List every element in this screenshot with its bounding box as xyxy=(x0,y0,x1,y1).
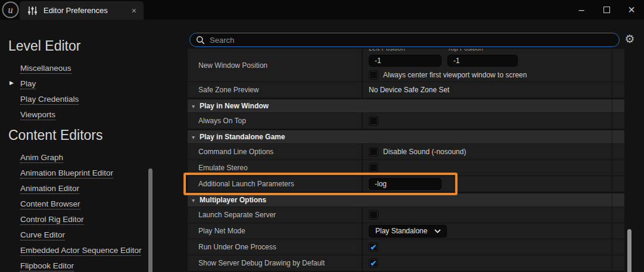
sidebar-item-anim-graph[interactable]: Anim Graph xyxy=(8,150,156,165)
emulate-stereo-checkbox[interactable] xyxy=(369,163,378,173)
additional-launch-parameters-field[interactable] xyxy=(369,178,441,190)
run-under-one-process-checkbox[interactable]: ✔ xyxy=(369,242,378,252)
row-play-net-mode: Play Net Mode Play Standalone xyxy=(188,223,624,239)
top-position-field[interactable] xyxy=(447,55,518,67)
sidebar-item-miscellaneous[interactable]: Miscellaneous xyxy=(8,61,156,76)
sidebar-item-control-rig-editor[interactable]: Control Rig Editor xyxy=(8,212,156,227)
row-show-server-debug-drawing: Show Server Debug Drawing by Default ✔ xyxy=(188,255,624,271)
title-bar: u Editor Preferences × – × xyxy=(0,0,644,20)
window-minimize-button[interactable]: – xyxy=(569,0,594,20)
launch-separate-server-checkbox[interactable] xyxy=(369,210,378,220)
content-editors-nav-list: Anim Graph Animation Blueprint Editor An… xyxy=(8,150,156,272)
always-on-top-checkbox[interactable] xyxy=(369,116,378,126)
sidebar-item-play[interactable]: ▶ Play xyxy=(8,76,156,92)
window-maximize-button[interactable] xyxy=(594,0,619,20)
row-value xyxy=(363,207,624,223)
left-position-label: Left Position xyxy=(369,49,405,52)
row-run-under-one-process: Run Under One Process ✔ xyxy=(188,239,624,255)
unreal-logo-icon: u xyxy=(1,1,20,19)
row-value xyxy=(363,113,624,129)
row-label: Command Line Options xyxy=(188,144,363,160)
always-center-checkbox[interactable] xyxy=(369,70,378,80)
sidebar-item-play-credentials[interactable]: Play Credentials xyxy=(8,92,156,107)
svg-text:u: u xyxy=(8,5,13,15)
section-multiplayer-options[interactable]: ▾ Multiplayer Options xyxy=(188,193,624,207)
row-label: Run Under One Process xyxy=(188,239,363,255)
sidebar-scrollbar[interactable] xyxy=(148,168,153,272)
tab-close-icon[interactable]: × xyxy=(132,7,136,15)
sidebar-item-flipbook-editor[interactable]: Flipbook Editor xyxy=(8,258,156,272)
section-play-in-new-window[interactable]: ▾ Play in New Window xyxy=(188,99,624,113)
play-net-mode-dropdown[interactable]: Play Standalone xyxy=(369,225,447,237)
sidebar-item-content-browser[interactable]: Content Browser xyxy=(8,196,156,212)
row-value xyxy=(363,160,624,176)
safe-zone-value: No Device Safe Zone Set xyxy=(363,82,624,98)
row-label: Always On Top xyxy=(188,113,363,129)
chevron-down-icon: ▾ xyxy=(192,197,195,204)
sliders-icon xyxy=(27,6,38,15)
row-command-line-options: Command Line Options Disable Sound (-nos… xyxy=(188,144,624,160)
row-value: Left Position Top Position Always center… xyxy=(363,49,624,82)
settings-scrollbar[interactable] xyxy=(627,229,631,272)
settings-table: New Window Position Left Position Top Po… xyxy=(188,49,624,272)
maximize-icon xyxy=(603,7,610,13)
row-label: Launch Separate Server xyxy=(188,207,363,223)
row-label: Additional Launch Parameters xyxy=(188,176,363,192)
search-icon xyxy=(196,36,205,45)
chevron-down-icon: ▾ xyxy=(192,134,195,140)
settings-sidebar: Level Editor Miscellaneous ▶ Play Play C… xyxy=(0,20,156,272)
tab-editor-preferences[interactable]: Editor Preferences × xyxy=(20,1,144,20)
row-safe-zone-preview: Safe Zone Preview No Device Safe Zone Se… xyxy=(188,82,624,98)
search-input[interactable] xyxy=(210,36,613,45)
row-value: Disable Sound (-nosound) xyxy=(363,144,624,160)
row-label: Play Net Mode xyxy=(188,223,363,239)
row-label: New Window Position xyxy=(188,49,363,82)
row-value: ✔ xyxy=(363,255,624,271)
window-close-button[interactable]: × xyxy=(619,0,644,20)
chevron-down-icon xyxy=(434,229,441,233)
tab-title: Editor Preferences xyxy=(43,6,108,15)
always-center-label: Always center first viewport window to s… xyxy=(383,71,527,79)
top-position-label: Top Position xyxy=(447,49,483,52)
disable-sound-checkbox[interactable] xyxy=(369,147,378,157)
sidebar-heading-level-editor: Level Editor xyxy=(8,38,156,54)
level-editor-nav-list: Miscellaneous ▶ Play Play Credentials Vi… xyxy=(8,61,156,123)
row-value: Play Standalone xyxy=(363,223,624,239)
search-bar[interactable] xyxy=(189,33,620,47)
settings-gear-icon[interactable]: ⚙ xyxy=(623,32,636,46)
row-label: Emulate Stereo xyxy=(188,160,363,176)
row-value xyxy=(363,176,624,192)
selected-marker-icon: ▶ xyxy=(10,80,14,86)
sidebar-heading-content-editors: Content Editors xyxy=(8,127,156,143)
show-server-debug-drawing-checkbox[interactable]: ✔ xyxy=(369,258,378,268)
row-emulate-stereo: Emulate Stereo xyxy=(188,160,624,176)
row-additional-launch-parameters: Additional Launch Parameters xyxy=(188,176,624,192)
row-always-on-top: Always On Top xyxy=(188,113,624,129)
window-controls: – × xyxy=(569,0,644,20)
chevron-down-icon: ▾ xyxy=(192,103,195,110)
row-value: ✔ xyxy=(363,239,624,255)
sidebar-item-viewports[interactable]: Viewports xyxy=(8,107,156,123)
sidebar-item-embedded-actor-sequence-editor[interactable]: Embedded Actor Sequence Editor xyxy=(8,243,156,258)
play-net-mode-value: Play Standalone xyxy=(375,227,427,235)
section-play-in-standalone-game[interactable]: ▾ Play in Standalone Game xyxy=(188,130,624,144)
sidebar-item-animation-blueprint-editor[interactable]: Animation Blueprint Editor xyxy=(8,165,156,181)
sidebar-item-curve-editor[interactable]: Curve Editor xyxy=(8,227,156,243)
row-launch-separate-server: Launch Separate Server xyxy=(188,207,624,223)
left-position-field[interactable] xyxy=(369,55,441,67)
row-new-window-position: New Window Position Left Position Top Po… xyxy=(188,49,624,82)
row-label: Safe Zone Preview xyxy=(188,82,363,98)
sidebar-item-animation-editor[interactable]: Animation Editor xyxy=(8,181,156,196)
disable-sound-label: Disable Sound (-nosound) xyxy=(383,148,466,156)
row-label: Show Server Debug Drawing by Default xyxy=(188,255,363,271)
